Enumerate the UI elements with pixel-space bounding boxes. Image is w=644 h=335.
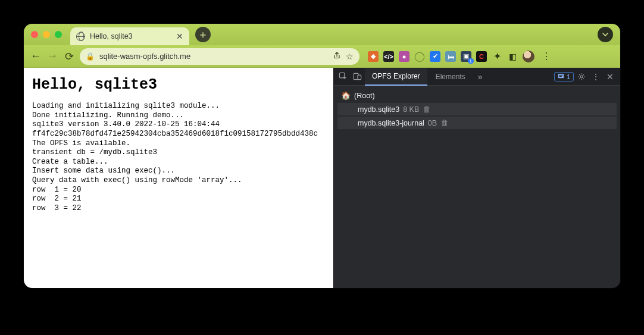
page-content: Hello, sqlite3 Loading and initializing … [24, 68, 333, 288]
file-size: 8 KB [403, 105, 419, 114]
extension-icon[interactable]: </> [383, 51, 394, 62]
close-tab-icon[interactable]: ✕ [176, 32, 183, 41]
extensions-row: ◆ </> ● ◯ ✔ 🛏 ▣ C ✦ ◧ ⋮ [368, 51, 554, 62]
delete-file-icon[interactable]: 🗑 [440, 118, 448, 127]
more-tabs-icon[interactable]: » [474, 70, 487, 83]
browser-tab[interactable]: Hello, sqlite3 ✕ [70, 27, 189, 45]
console-line: Done initializing. Running demo... [32, 111, 327, 121]
extension-icon[interactable]: ● [399, 51, 409, 62]
devtools-tabs: OPFS Explorer Elements » 1 ⋮ ✕ [334, 68, 620, 86]
devtools-tab-label: OPFS Explorer [372, 72, 420, 80]
browser-window: Hello, sqlite3 ✕ ＋ ← → ⟳ 🔒 sqlite-wasm-o… [24, 24, 620, 288]
device-toolbar-icon[interactable] [351, 70, 364, 83]
file-name: mydb.sqlite3-journal [358, 119, 424, 127]
extensions-menu-icon[interactable]: ✦ [492, 51, 502, 62]
opfs-file-tree: 🏠 (Root) mydb.sqlite3 8 KB 🗑mydb.sqlite3… [334, 86, 620, 133]
devtools-menu-icon[interactable]: ⋮ [589, 70, 602, 83]
extension-icon[interactable]: ▣ [461, 51, 471, 62]
home-icon: 🏠 [341, 91, 351, 100]
page-heading: Hello, sqlite3 [32, 76, 327, 93]
devtools-tab-label: Elements [436, 73, 465, 81]
console-line: ff4fc29c38b78dfd471e25942304cba352469d60… [32, 130, 327, 139]
back-button[interactable]: ← [30, 50, 42, 62]
chrome-menu-icon[interactable]: ⋮ [539, 51, 554, 62]
extension-icon[interactable]: 🛏 [445, 51, 456, 62]
svg-rect-5 [559, 76, 562, 77]
tree-root-row[interactable]: 🏠 (Root) [337, 89, 617, 102]
devtools-settings-icon[interactable] [575, 70, 588, 83]
file-size: 0B [428, 119, 437, 127]
devtools-panel: OPFS Explorer Elements » 1 ⋮ ✕ [333, 68, 620, 288]
tab-elements[interactable]: Elements [429, 68, 473, 85]
extension-icon[interactable]: ◯ [414, 51, 425, 62]
svg-rect-2 [357, 75, 361, 80]
lock-icon: 🔒 [86, 52, 95, 61]
console-line: row 1 = 20 [32, 186, 327, 195]
file-row[interactable]: mydb.sqlite3-journal 0B 🗑 [337, 117, 617, 129]
tab-overflow-button[interactable] [598, 27, 613, 42]
extension-icon[interactable]: ◆ [368, 51, 379, 62]
zoom-window-button[interactable] [55, 31, 62, 38]
issues-count: 1 [567, 73, 570, 80]
extension-icon[interactable]: C [476, 51, 487, 62]
content-area: Hello, sqlite3 Loading and initializing … [24, 68, 620, 288]
console-line: row 3 = 22 [32, 204, 327, 214]
devtools-close-icon[interactable]: ✕ [604, 70, 617, 83]
close-window-button[interactable] [31, 31, 38, 38]
extension-icon[interactable]: ✔ [430, 51, 440, 62]
console-line: row 2 = 21 [32, 195, 327, 204]
side-panel-icon[interactable]: ◧ [507, 51, 518, 62]
console-line: sqlite3 version 3.40.0 2022-10-25 16:04:… [32, 120, 327, 130]
browser-toolbar: ← → ⟳ 🔒 sqlite-wasm-opfs.glitch.me ☆ ◆ <… [24, 45, 620, 68]
svg-rect-3 [558, 74, 564, 78]
delete-file-icon[interactable]: 🗑 [423, 105, 430, 114]
tab-title: Hello, sqlite3 [90, 32, 171, 40]
file-row[interactable]: mydb.sqlite3 8 KB 🗑 [337, 103, 617, 115]
profile-avatar[interactable] [523, 51, 534, 62]
console-line: Loading and initializing sqlite3 module.… [32, 102, 327, 111]
svg-rect-4 [559, 75, 562, 76]
minimize-window-button[interactable] [43, 31, 50, 38]
console-line: Query data with exec() using rowMode 'ar… [32, 176, 327, 186]
file-name: mydb.sqlite3 [358, 105, 399, 114]
page-url: sqlite-wasm-opfs.glitch.me [99, 52, 328, 61]
address-bar[interactable]: 🔒 sqlite-wasm-opfs.glitch.me ☆ [80, 48, 359, 65]
console-line: Insert some data using exec()... [32, 167, 327, 176]
svg-point-6 [580, 76, 583, 78]
tab-opfs-explorer[interactable]: OPFS Explorer [365, 68, 427, 86]
new-tab-button[interactable]: ＋ [195, 27, 211, 42]
issues-badge[interactable]: 1 [554, 72, 574, 82]
console-line: Create a table... [32, 158, 327, 167]
site-globe-icon [76, 32, 85, 41]
forward-button[interactable]: → [46, 50, 58, 62]
console-line: transient db = /mydb.sqlite3 [32, 148, 327, 158]
inspect-element-icon[interactable] [336, 70, 349, 83]
reload-button[interactable]: ⟳ [63, 50, 75, 63]
tab-strip: Hello, sqlite3 ✕ ＋ [24, 24, 620, 45]
console-line: The OPFS is available. [32, 139, 327, 149]
share-icon[interactable] [333, 51, 341, 61]
root-label: (Root) [354, 92, 375, 100]
bookmark-star-icon[interactable]: ☆ [346, 52, 354, 61]
window-controls [31, 31, 62, 38]
